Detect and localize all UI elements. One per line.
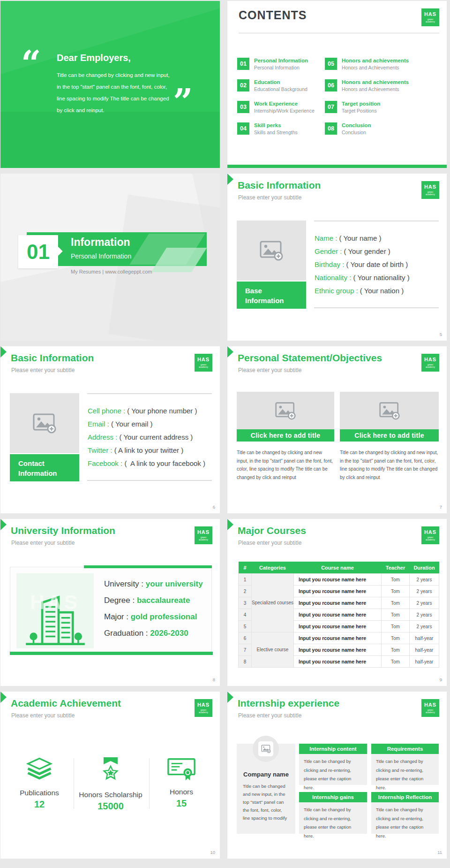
image-add-icon [379, 402, 400, 420]
page-number: 5 [440, 332, 442, 337]
section-number: 01 [27, 240, 50, 263]
logo-text: HAS [421, 702, 439, 708]
slides-gallery-page: “ Dear Employers, Title can be changed b… [0, 0, 450, 868]
field-label: Twitter [88, 446, 108, 454]
card-body: Title can be changed by clicking and re-… [299, 802, 367, 834]
logo-subtext: green academy [423, 18, 437, 23]
cell-course: Input you rcourse name here [294, 621, 382, 632]
field-separator: : [139, 579, 146, 588]
item-title: Honors and achievements [342, 79, 409, 85]
item-subtitle: Personal Information [254, 65, 308, 70]
field-separator: : [354, 287, 360, 295]
card-title-bar[interactable]: Internship gains [299, 792, 367, 802]
photo-placeholder[interactable] [237, 221, 306, 281]
scholarship-medal-icon [98, 756, 124, 784]
item-subtitle: Internship/Work Experience [254, 108, 315, 114]
slide-major-courses[interactable]: Major Courses Please enter your subtitle… [227, 519, 447, 686]
internship-card-gains: Internship gains Title can be changed by… [299, 792, 367, 834]
slide-section-divider[interactable]: 01 Information Personal Information My R… [0, 174, 220, 341]
photo-placeholder[interactable] [340, 392, 439, 429]
title-marker-icon [227, 346, 233, 358]
has-logo: HAS green academy [421, 699, 439, 717]
field-separator: : [121, 407, 128, 415]
company-card: Company name Title can be changed and ne… [237, 744, 295, 834]
info-category-label: Base Information [237, 282, 306, 309]
card-body: Title can be changed by clicking and re-… [371, 754, 439, 785]
divider [74, 758, 74, 809]
cell-course: Input you rcourse name here [294, 574, 382, 586]
cell-teacher: Tom [382, 597, 410, 609]
slide-contact-information[interactable]: Basic Information Please enter your subt… [0, 346, 220, 513]
company-logo-placeholder[interactable] [253, 736, 279, 762]
item-subtitle: Conclusion [342, 129, 371, 135]
page-number: 8 [213, 677, 215, 682]
field-separator: : [124, 612, 131, 621]
has-logo: HAS green academy [421, 526, 439, 544]
logo-text: HAS [421, 530, 439, 535]
cover-title: Dear Employers, [57, 53, 131, 63]
slide-contents[interactable]: CONTENTS HAS green academy 01 Personal I… [227, 1, 447, 168]
field-value: ( Your nationality ) [353, 274, 410, 282]
university-illustration: HAS [16, 573, 94, 648]
field-label: Birthday [315, 260, 340, 268]
cell-teacher: Tom [382, 644, 410, 656]
logo-subtext: green academy [196, 536, 210, 541]
add-title-button[interactable]: Click here to add title [237, 429, 334, 442]
info-category-label: Contact Information [10, 454, 79, 481]
card-title-bar[interactable]: Internship Reflection [371, 792, 439, 802]
photo-placeholder[interactable] [10, 393, 79, 453]
logo-subtext: green academy [423, 709, 437, 714]
field-value: ( Your email ) [111, 420, 152, 428]
slide-internship-experience[interactable]: Internship experience Please enter your … [227, 692, 447, 859]
field-label: Facebook [88, 459, 119, 467]
image-frame [258, 741, 273, 756]
field-separator: : [333, 234, 339, 242]
slide-subtitle: Please enter your subtitle [11, 712, 75, 719]
cell-index: 7 [239, 644, 252, 656]
image-add-icon [261, 745, 271, 753]
statement-card-left: Click here to add title Title can be cha… [237, 392, 334, 481]
photo-placeholder[interactable] [237, 392, 334, 429]
col-header-course: Course name [294, 562, 382, 574]
slide-subtitle: Please enter your subtitle [238, 540, 301, 546]
achievement-honors: Honors 15 [148, 756, 215, 809]
accent-bar-bottom [10, 652, 213, 655]
item-subtitle: Honors and Achievements [342, 65, 409, 70]
cell-index: 3 [239, 597, 252, 609]
category-line1: Contact [18, 459, 45, 467]
info-fields: Name : ( Your name ) Gender : ( Your gen… [315, 232, 410, 297]
divider [87, 393, 212, 394]
has-logo: HAS green academy [421, 354, 439, 372]
field-value: ( A link to your twitter ) [114, 446, 184, 454]
slide-personal-statement[interactable]: Personal Statement/Objectives Please ent… [227, 346, 447, 513]
cell-duration: 2 years [410, 597, 439, 609]
logo-subtext: green academy [423, 536, 437, 541]
logo-text: HAS [195, 357, 212, 362]
company-description: Title can be changed and new input, in t… [243, 782, 290, 822]
field-label: Major [104, 612, 124, 621]
slide-basic-information[interactable]: Basic Information Please enter your subt… [227, 174, 447, 341]
cell-index: 5 [239, 621, 252, 632]
card-title-bar[interactable]: Internship content [299, 744, 367, 754]
slide-university-information[interactable]: University Information Please enter your… [0, 519, 220, 686]
company-name: Company name [237, 771, 295, 778]
publications-icon [25, 756, 53, 783]
card-title-bar[interactable]: Requirements [371, 744, 439, 754]
title-marker-icon [227, 519, 233, 530]
logo-text: HAS [195, 530, 212, 535]
field-value: 2026-2030 [150, 629, 188, 638]
item-title: Personal Information [254, 58, 308, 64]
slide-academic-achievement[interactable]: Academic Achievement Please enter your s… [0, 692, 220, 859]
field-row: Graduation : 2026-2030 [104, 625, 203, 641]
item-number-badge: 05 [325, 58, 337, 70]
item-title: Target position [342, 101, 380, 107]
field-separator: : [143, 629, 150, 638]
slide-cover-quote[interactable]: “ Dear Employers, Title can be changed b… [0, 1, 220, 168]
field-separator: : [130, 596, 137, 605]
slide-subtitle: Please enter your subtitle [238, 367, 301, 373]
footer-accent-bar [227, 165, 447, 168]
has-logo: HAS green academy [195, 354, 212, 372]
field-value: gold professional [131, 612, 197, 621]
item-number-badge: 03 [237, 101, 249, 113]
add-title-button[interactable]: Click here to add title [340, 429, 439, 442]
